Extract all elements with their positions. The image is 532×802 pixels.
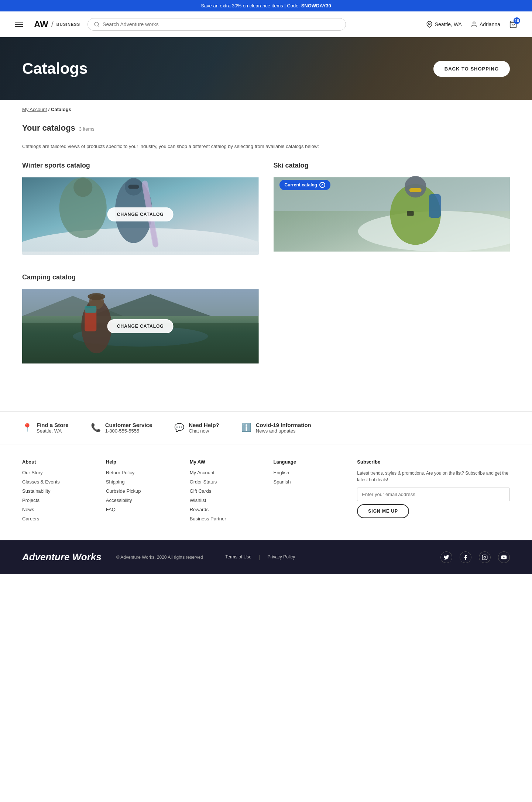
search-icon (94, 21, 100, 27)
svg-rect-11 (128, 185, 139, 189)
twitter-icon[interactable] (440, 551, 452, 563)
svg-point-18 (405, 176, 426, 197)
promo-bar: Save an extra 30% on clearance items | C… (0, 0, 532, 11)
svg-rect-32 (85, 306, 96, 313)
footer-link-business-partner[interactable]: Business Partner (190, 516, 266, 522)
footer-link-wishlist[interactable]: Wishlist (190, 498, 266, 503)
catalog-description: Catalogs are tailored views of products … (22, 143, 510, 151)
change-catalog-button-camping[interactable]: CHANGE CATALOG (107, 319, 174, 333)
footer-link-my-account[interactable]: My Account (190, 470, 266, 475)
header-actions: Seattle, WA Adrianna 10 (426, 20, 517, 28)
privacy-policy-link[interactable]: Privacy Policy (268, 554, 295, 560)
main-content: Your catalogs 3 items Catalogs are tailo… (0, 112, 532, 389)
location-pin-icon: 📍 (22, 423, 32, 433)
footer-policy-separator: | (259, 554, 260, 560)
svg-line-1 (98, 25, 99, 27)
footer-link-projects[interactable]: Projects (22, 498, 99, 503)
chat-icon: 💬 (174, 423, 184, 433)
item-count: 3 items (79, 126, 95, 132)
covid-label: Covid-19 Information (256, 422, 311, 428)
svg-rect-19 (409, 188, 421, 192)
breadcrumb-parent[interactable]: My Account (22, 107, 47, 112)
footer-link-sustainability[interactable]: Sustainability (22, 488, 99, 494)
location-action[interactable]: Seattle, WA (426, 21, 462, 28)
footer-link-faq[interactable]: FAQ (106, 507, 182, 512)
catalog-title-ski: Ski catalog (274, 162, 510, 169)
section-title: Your catalogs (22, 123, 75, 133)
footer-copyright: © Adventure Works, 2020 All rights reser… (116, 555, 203, 560)
svg-point-30 (88, 293, 106, 300)
user-icon (471, 21, 477, 28)
catalog-item-winter: Winter sports catalog (22, 162, 259, 255)
footer-policy-links: Terms of Use | Privacy Policy (225, 554, 295, 560)
footer-find-store[interactable]: 📍 Find a Store Seattle, WA (22, 422, 69, 434)
catalog-image-camping: CHANGE CATALOG (22, 286, 259, 367)
bottom-footer: Adventure Works © Adventure Works, 2020 … (0, 540, 532, 574)
footer-link-rewards[interactable]: Rewards (190, 507, 266, 512)
email-input[interactable] (357, 488, 510, 501)
user-action[interactable]: Adrianna (471, 21, 500, 28)
facebook-icon[interactable] (460, 551, 471, 563)
catalogs-grid: Winter sports catalog (22, 162, 510, 367)
youtube-icon[interactable] (498, 551, 510, 563)
footer-col-language: Language English Spanish (273, 459, 350, 525)
terms-of-use-link[interactable]: Terms of Use (225, 554, 251, 560)
logo-business: BUSINESS (56, 22, 80, 27)
catalog-item-camping: Camping catalog (22, 273, 259, 367)
current-catalog-label: Current catalog (285, 182, 318, 187)
search-input[interactable] (103, 21, 340, 27)
footer-social (440, 551, 510, 563)
footer-customer-service[interactable]: 📞 Customer Service 1-800-555-5555 (91, 422, 152, 434)
footer-need-help[interactable]: 💬 Need Help? Chat now (174, 422, 219, 434)
user-name: Adrianna (480, 21, 500, 27)
footer-link-spanish[interactable]: Spanish (273, 479, 350, 485)
email-input-wrapper: SIGN ME UP (357, 488, 510, 518)
svg-point-0 (95, 22, 99, 26)
footer-link-our-story[interactable]: Our Story (22, 470, 99, 475)
hamburger-menu[interactable] (15, 22, 23, 27)
change-catalog-button-winter[interactable]: CHANGE CATALOG (107, 207, 174, 221)
footer-link-order-status[interactable]: Order Status (190, 479, 266, 485)
catalog-item-ski: Ski catalog (274, 162, 510, 255)
footer-links: About Our Story Classes & Events Sustain… (0, 444, 532, 540)
catalog-title-camping: Camping catalog (22, 273, 259, 281)
footer-link-accessibility[interactable]: Accessibility (106, 498, 182, 503)
covid-sub: News and updates (256, 428, 311, 434)
footer-link-english[interactable]: English (273, 470, 350, 475)
breadcrumb-separator: / (48, 107, 51, 112)
footer-link-curbside[interactable]: Curbside Pickup (106, 488, 182, 494)
hero-section: Catalogs BACK TO SHOPPING (0, 37, 532, 100)
search-bar[interactable] (87, 18, 346, 31)
footer-link-return-policy[interactable]: Return Policy (106, 470, 182, 475)
info-icon: ℹ️ (241, 423, 251, 433)
find-store-label: Find a Store (37, 422, 69, 428)
svg-rect-33 (482, 555, 487, 560)
footer-link-gift-cards[interactable]: Gift Cards (190, 488, 266, 494)
footer-link-classes-events[interactable]: Classes & Events (22, 479, 99, 485)
instagram-icon[interactable] (479, 551, 491, 563)
current-catalog-icon: ✓ (319, 182, 325, 188)
breadcrumb: My Account / Catalogs (0, 100, 532, 112)
catalog-title-winter: Winter sports catalog (22, 162, 259, 169)
page-title: Catalogs (22, 60, 87, 78)
current-catalog-badge: Current catalog ✓ (279, 180, 331, 190)
promo-text: Save an extra 30% on clearance items | C… (201, 3, 301, 8)
back-to-shopping-button[interactable]: BACK TO SHOPPING (433, 61, 510, 77)
need-help-sub: Chat now (189, 428, 219, 434)
sign-me-up-button[interactable]: SIGN ME UP (357, 504, 409, 518)
footer-col-subscribe-title: Subscribe (357, 459, 510, 465)
subscribe-description: Latest trends, styles & promotions. Are … (357, 470, 510, 483)
footer-link-careers[interactable]: Careers (22, 516, 99, 522)
svg-point-3 (473, 22, 475, 24)
logo-slash: / (51, 20, 54, 29)
footer-covid[interactable]: ℹ️ Covid-19 Information News and updates (241, 422, 311, 434)
svg-point-2 (428, 23, 430, 25)
cart-action[interactable]: 10 (509, 20, 517, 28)
footer-link-news[interactable]: News (22, 507, 99, 512)
footer-col-help: Help Return Policy Shipping Curbside Pic… (106, 459, 182, 525)
logo-aw: AW (34, 19, 48, 30)
footer-col-language-title: Language (273, 459, 350, 465)
need-help-label: Need Help? (189, 422, 219, 428)
footer-link-shipping[interactable]: Shipping (106, 479, 182, 485)
logo[interactable]: AW/BUSINESS (34, 19, 80, 30)
